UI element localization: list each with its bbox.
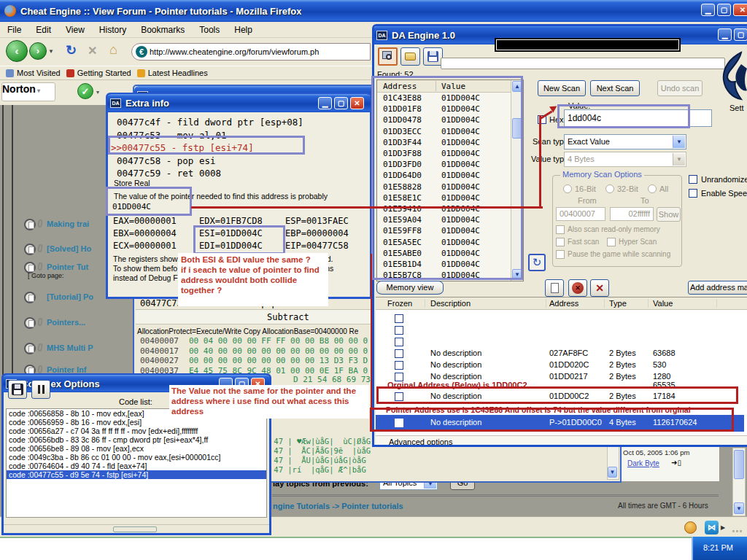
scroll-down-icon[interactable]: ▼: [734, 502, 744, 514]
scrollbar[interactable]: ▼: [732, 448, 746, 516]
code-list-item[interactable]: code :00656858 - 8b 10 - mov edx,[eax]: [7, 409, 266, 418]
menu-file[interactable]: File: [0, 23, 28, 37]
chevron-right-icon[interactable]: ▶: [721, 524, 725, 531]
bookmark-item[interactable]: Most Visited: [6, 69, 61, 77]
column-header-value[interactable]: Value: [441, 82, 465, 91]
scroll-up-icon[interactable]: ▲: [512, 81, 522, 92]
scan-result-row[interactable]: 01DD64D001DD004C: [377, 171, 511, 182]
menu-history[interactable]: History: [92, 23, 133, 37]
refresh-button[interactable]: ↻: [528, 254, 546, 271]
close-button[interactable]: ✕: [733, 4, 747, 16]
scan-result-row[interactable]: 01E5882801DD004C: [377, 182, 511, 193]
delete-record-button[interactable]: ✕: [568, 279, 587, 297]
save-button[interactable]: [8, 380, 27, 399]
chevron-down-icon[interactable]: ▼: [673, 153, 685, 166]
scan-tool-button[interactable]: [378, 47, 398, 66]
minimize-button[interactable]: ▁: [318, 97, 332, 109]
settings-label[interactable]: Sett: [729, 104, 744, 112]
scan-result-row[interactable]: 01E58E1C01DD004C: [377, 193, 511, 204]
col-value[interactable]: Value: [653, 299, 673, 308]
scan-type-select[interactable]: Exact Value ▼: [564, 134, 686, 149]
scroll-down-icon[interactable]: ▼: [512, 269, 522, 280]
table-row[interactable]: No description01DD020C2 Bytes530: [376, 360, 747, 372]
show-button[interactable]: Show: [657, 207, 681, 222]
readonly-checkbox[interactable]: [556, 225, 565, 234]
table-row-selected[interactable]: No description P->01DD00C0 4 Bytes 11261…: [376, 415, 744, 432]
pause-button[interactable]: [31, 380, 50, 399]
smiley-icon[interactable]: [684, 521, 697, 534]
radio-32bit[interactable]: [605, 184, 614, 193]
close-button[interactable]: ✕: [251, 378, 265, 390]
topic-title[interactable]: [Tutorial] Po: [47, 292, 93, 301]
scan-results-list[interactable]: Address Value 01C43E8801DD004C01DD01F801…: [376, 79, 524, 281]
menu-bookmarks[interactable]: Bookmarks: [133, 23, 192, 37]
minimize-button[interactable]: ▁: [701, 4, 715, 16]
reload-button[interactable]: ↻: [66, 42, 77, 58]
scan-result-row[interactable]: 01E5A5EC01DD004C: [377, 238, 511, 249]
menu-view[interactable]: View: [58, 23, 92, 37]
scan-result-row[interactable]: 01DD3F8801DD004C: [377, 149, 511, 160]
topic-title[interactable]: MHS Multi P: [47, 343, 93, 352]
hex-checkbox[interactable]: [538, 115, 546, 124]
goto-page-label[interactable]: [ Goto page:: [28, 272, 64, 279]
stop-button[interactable]: ✕: [88, 44, 97, 58]
topic-title[interactable]: Pointer Tut: [47, 262, 88, 271]
code-list-item[interactable]: code :00764604 - d9 40 74 - fld [eax+74]: [7, 462, 266, 470]
scan-result-row[interactable]: 01DD3ECC01DD004C: [377, 127, 511, 138]
advanced-options-bar[interactable]: Advanced options: [376, 435, 747, 447]
code-list-item[interactable]: code :00656a27 - c7 04 3a ff ff ff ff - …: [7, 427, 266, 435]
speedhack-checkbox[interactable]: [689, 189, 697, 198]
table-row[interactable]: No description 01DD00C2 2 Bytes 17184: [376, 392, 747, 403]
col-address[interactable]: Address: [549, 299, 578, 308]
minimize-button[interactable]: ▁: [718, 28, 732, 41]
history-dropdown-icon[interactable]: ▼: [48, 48, 54, 55]
memory-view-button[interactable]: Memory view: [376, 281, 444, 295]
col-frozen[interactable]: Frozen: [387, 299, 412, 308]
scroll-down-icon[interactable]: ▼: [608, 467, 617, 478]
new-entry-button[interactable]: [545, 279, 564, 297]
resize-grip[interactable]: [740, 530, 742, 532]
value-input[interactable]: 1dd004c: [564, 109, 712, 127]
topic-title[interactable]: Making trai: [47, 219, 89, 228]
scan-result-row[interactable]: 01C43E8801DD004C: [377, 93, 511, 104]
code-list-item[interactable]: code :00656bdb - 83 3c 86 ff - cmp dword…: [7, 435, 266, 444]
messenger-icon[interactable]: ⋈: [705, 521, 719, 534]
scan-result-row[interactable]: 01E5B7C801DD004C: [377, 271, 511, 281]
norton-status-icon[interactable]: ✓: [77, 83, 93, 99]
hyperscan-checkbox[interactable]: [607, 238, 616, 246]
extra-info-titlebar[interactable]: DA Extra info ▁ ▢ ✕: [107, 94, 371, 112]
add-address-button[interactable]: Add address man: [688, 281, 747, 295]
col-description[interactable]: Description: [430, 299, 471, 308]
bookmark-item[interactable]: Latest Headlines: [137, 69, 208, 77]
bookmark-item[interactable]: Getting Started: [66, 69, 131, 77]
pause-checkbox[interactable]: [556, 250, 565, 259]
close-button[interactable]: ✕: [350, 97, 364, 109]
chevron-down-icon[interactable]: ▼: [673, 136, 685, 148]
home-button[interactable]: ⌂: [109, 42, 117, 58]
scan-result-row[interactable]: 01DD3FD001DD004C: [377, 160, 511, 171]
minimize-button[interactable]: ▁: [219, 378, 233, 390]
topic-title[interactable]: [Solved] Ho: [47, 244, 91, 253]
scan-result-row[interactable]: 01E5B1D401DD004C: [377, 260, 511, 271]
maximize-button[interactable]: ▢: [734, 28, 747, 41]
radio-16bit[interactable]: [563, 184, 572, 193]
scan-result-row[interactable]: 01DD01F801DD004C: [377, 104, 511, 115]
frozen-checkbox[interactable]: [395, 361, 403, 370]
firefox-titlebar[interactable]: Cheat Engine :: View Forum - Pointer tut…: [0, 0, 747, 22]
url-bar[interactable]: € http://www.cheatengine.org/forum/viewf…: [131, 43, 371, 61]
frozen-checkbox[interactable]: [395, 326, 403, 335]
topic-title[interactable]: Pointers...: [47, 318, 85, 327]
scrollbar-thumb[interactable]: [734, 450, 744, 479]
to-input[interactable]: 02ffffff: [610, 207, 654, 221]
code-list-item[interactable]: code :00477c55 - d9 5e 74 - fstp [esi+74…: [7, 470, 266, 479]
column-header-address[interactable]: Address: [383, 82, 417, 91]
scan-result-row[interactable]: 01E5941001DD004C: [377, 204, 511, 215]
save-button[interactable]: [423, 47, 443, 66]
fastscan-checkbox[interactable]: [556, 238, 565, 246]
clock[interactable]: 8:21 PM: [703, 543, 733, 552]
from-input[interactable]: 00400007: [556, 207, 605, 221]
norton-dropdown-icon[interactable]: ▾: [96, 89, 99, 96]
scan-result-row[interactable]: 01DD047801DD004C: [377, 115, 511, 126]
unrandomizer-checkbox[interactable]: [689, 175, 697, 184]
frozen-checkbox[interactable]: [395, 349, 403, 358]
